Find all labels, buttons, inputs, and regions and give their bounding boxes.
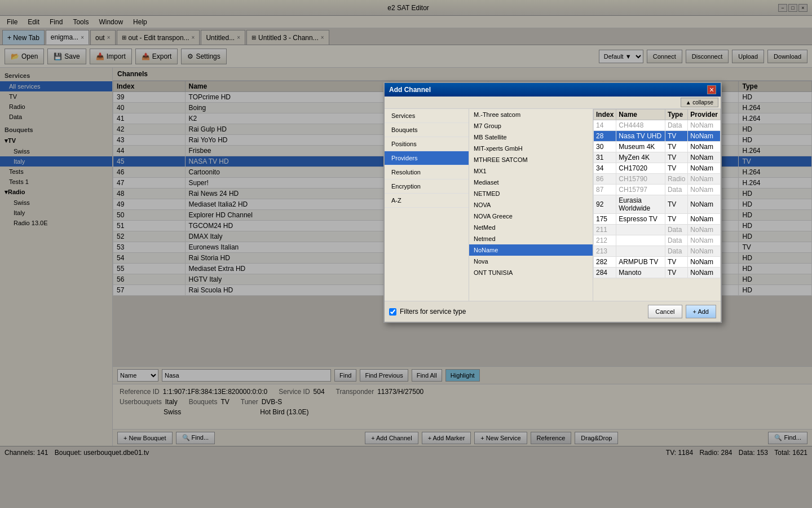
modal-cell-type: Radio	[665, 174, 687, 185]
modal-cell-provider: NoNam	[688, 257, 721, 268]
modal-cell-name: CH15797	[616, 185, 665, 195]
modal-cell-type: TV	[665, 257, 687, 268]
modal-cell-type: Data	[665, 185, 687, 195]
modal-cell-provider: NoNam	[688, 185, 721, 195]
provider-item[interactable]: Mediaset	[469, 177, 593, 188]
modal-cell-type: TV	[665, 214, 687, 225]
modal-cell-index: 30	[594, 142, 616, 152]
provider-item[interactable]: MX1	[469, 165, 593, 177]
modal-cell-index: 175	[594, 214, 616, 225]
modal-cell-index: 14	[594, 120, 616, 131]
modal-footer-left: Filters for service type	[389, 308, 466, 316]
modal-cell-provider: NoNam	[688, 131, 721, 142]
modal-cell-name: MyZen 4K	[616, 152, 665, 163]
modal-nav-az[interactable]: A-Z	[385, 194, 469, 208]
provider-item[interactable]: M7 Group	[469, 120, 593, 132]
modal-cell-provider: NoNam	[688, 235, 721, 246]
modal-cell-name: ARMPUB TV	[616, 257, 665, 268]
modal-cell-type: TV	[665, 268, 687, 278]
modal-cell-provider: NoNam	[688, 246, 721, 257]
modal-nav-encryption[interactable]: Encryption	[385, 179, 469, 194]
provider-item[interactable]: Netmed	[469, 233, 593, 244]
filter-checkbox[interactable]	[389, 308, 396, 316]
modal-nav-resolution[interactable]: Resolution	[385, 165, 469, 179]
modal-title: Add Channel	[389, 86, 431, 94]
provider-item[interactable]: MB Satellite	[469, 132, 593, 143]
add-channel-modal: Add Channel × ▲ collapse Services Bouque…	[383, 82, 722, 323]
add-button[interactable]: + Add	[686, 305, 716, 318]
modal-table-row[interactable]: 282 ARMPUB TV TV NoNam	[594, 257, 721, 268]
modal-close-button[interactable]: ×	[707, 85, 716, 94]
modal-table-row[interactable]: 86 CH15790 Radio NoNam	[594, 174, 721, 185]
provider-item[interactable]: Nova	[469, 256, 593, 267]
modal-nav-services[interactable]: Services	[385, 109, 469, 123]
modal-table-row[interactable]: 212 Data NoNam	[594, 235, 721, 246]
cancel-button[interactable]: Cancel	[648, 305, 682, 318]
modal-cell-type: TV	[665, 131, 687, 142]
provider-item[interactable]: NetMed	[469, 222, 593, 233]
modal-cell-index: 87	[594, 185, 616, 195]
modal-table-row[interactable]: 34 CH17020 TV NoNam	[594, 163, 721, 174]
modal-right-panel: Index Name Type Provider 14 CH4448 Data …	[593, 109, 721, 301]
provider-item[interactable]: NETMED	[469, 188, 593, 199]
modal-cell-provider: NoNam	[688, 120, 721, 131]
modal-cell-name: Museum 4K	[616, 142, 665, 152]
modal-cell-index: 211	[594, 225, 616, 235]
modal-cell-provider: NoNam	[688, 163, 721, 174]
modal-table-row[interactable]: 14 CH4448 Data NoNam	[594, 120, 721, 131]
modal-nav-providers[interactable]: Providers	[385, 151, 469, 165]
modal-providers-list: M.-Three satcom M7 Group MB Satellite MI…	[469, 109, 593, 301]
modal-cell-provider: NoNam	[688, 214, 721, 225]
provider-item[interactable]: M.-Three satcom	[469, 109, 593, 120]
provider-item[interactable]: ONT TUNISIA	[469, 267, 593, 278]
modal-table-row[interactable]: 175 Espresso TV TV NoNam	[594, 214, 721, 225]
modal-nav-positions[interactable]: Positions	[385, 137, 469, 151]
modal-cell-index: 92	[594, 195, 616, 214]
modal-cell-name: Espresso TV	[616, 214, 665, 225]
modal-cell-type: TV	[665, 163, 687, 174]
modal-cell-provider: NoNam	[688, 225, 721, 235]
modal-cell-name: Manoto	[616, 268, 665, 278]
provider-item-noname[interactable]: NoName	[469, 244, 593, 256]
modal-cell-type: Data	[665, 246, 687, 257]
modal-nav: Services Bouquets Positions Providers Re…	[385, 109, 469, 301]
modal-table-row[interactable]: 31 MyZen 4K TV NoNam	[594, 152, 721, 163]
modal-cell-name	[616, 246, 665, 257]
provider-item[interactable]: MTHREE SATCOM	[469, 154, 593, 165]
modal-table-row[interactable]: 28 Nasa TV UHD TV NoNam	[594, 131, 721, 142]
modal-table-row[interactable]: 87 CH15797 Data NoNam	[594, 185, 721, 195]
modal-cell-provider: NoNam	[688, 142, 721, 152]
provider-item[interactable]: NOVA Greece	[469, 211, 593, 222]
modal-table-row[interactable]: 213 Data NoNam	[594, 246, 721, 257]
modal-col-index: Index	[594, 110, 616, 120]
modal-cell-provider: NoNam	[688, 195, 721, 214]
modal-nav-bouquets[interactable]: Bouquets	[385, 123, 469, 137]
collapse-button[interactable]: ▲ collapse	[681, 98, 718, 107]
modal-col-type: Type	[665, 110, 687, 120]
modal-cell-type: TV	[665, 142, 687, 152]
modal-table-row[interactable]: 30 Museum 4K TV NoNam	[594, 142, 721, 152]
modal-cell-name	[616, 235, 665, 246]
modal-table-row[interactable]: 211 Data NoNam	[594, 225, 721, 235]
modal-cell-index: 212	[594, 235, 616, 246]
modal-cell-type: Data	[665, 120, 687, 131]
modal-cell-index: 282	[594, 257, 616, 268]
modal-cell-name	[616, 225, 665, 235]
provider-item[interactable]: MIT-xperts GmbH	[469, 143, 593, 154]
modal-cell-name: CH17020	[616, 163, 665, 174]
modal-cell-name: CH4448	[616, 120, 665, 131]
modal-channels-table: Index Name Type Provider 14 CH4448 Data …	[593, 109, 721, 278]
modal-cell-provider: NoNam	[688, 174, 721, 185]
modal-cell-index: 31	[594, 152, 616, 163]
modal-cell-provider: NoNam	[688, 268, 721, 278]
modal-cell-index: 213	[594, 246, 616, 257]
modal-cell-type: TV	[665, 195, 687, 214]
modal-body: Services Bouquets Positions Providers Re…	[385, 109, 721, 301]
modal-footer-right: Cancel + Add	[648, 305, 716, 318]
modal-table-row[interactable]: 284 Manoto TV NoNam	[594, 268, 721, 278]
modal-cell-index: 28	[594, 131, 616, 142]
modal-footer: Filters for service type Cancel + Add	[385, 301, 721, 322]
provider-item[interactable]: NOVA	[469, 199, 593, 211]
modal-cell-type: Data	[665, 235, 687, 246]
modal-table-row[interactable]: 92 Eurasia Worldwide TV NoNam	[594, 195, 721, 214]
